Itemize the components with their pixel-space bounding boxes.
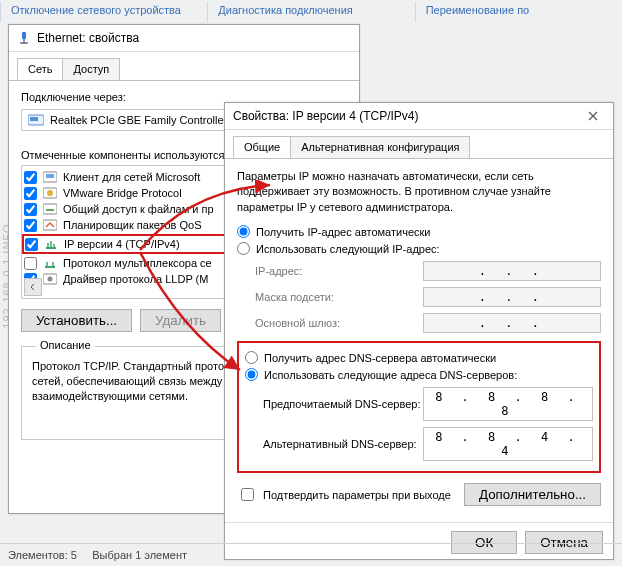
install-button[interactable]: Установить...: [21, 309, 132, 332]
svg-point-7: [47, 190, 53, 196]
svg-rect-0: [22, 32, 26, 39]
checkbox[interactable]: [24, 219, 37, 232]
svg-rect-5: [46, 174, 54, 178]
gateway-label: Основной шлюз:: [237, 317, 423, 329]
close-button[interactable]: [573, 103, 613, 129]
window-title: Свойства: IP версии 4 (TCP/IPv4): [233, 103, 419, 129]
status-element-count: Элементов: 5: [8, 549, 77, 561]
component-label: VMware Bridge Protocol: [63, 187, 182, 199]
checkbox[interactable]: [24, 203, 37, 216]
validate-checkbox[interactable]: [241, 488, 254, 501]
validate-label: Подтвердить параметры при выходе: [263, 489, 451, 501]
dns-alt-label: Альтернативный DNS-сервер:: [245, 438, 423, 450]
tab-alternate[interactable]: Альтернативная конфигурация: [290, 136, 470, 158]
component-label: IP версии 4 (TCP/IPv4): [64, 238, 180, 250]
status-bar: Элементов: 5 Выбран 1 элемент: [0, 543, 622, 566]
service-icon: [43, 186, 57, 200]
tab-general[interactable]: Общие: [233, 136, 291, 158]
validate-checkbox-row[interactable]: Подтвердить параметры при выходе: [237, 485, 451, 504]
adapter-name: Realtek PCIe GBE Family Controller: [50, 114, 227, 126]
tabs: Сеть Доступ: [9, 52, 359, 81]
share-icon: [43, 202, 57, 216]
checkbox[interactable]: [24, 187, 37, 200]
radio-ip-manual[interactable]: Использовать следующий IP-адрес:: [237, 242, 601, 255]
ethernet-icon: [17, 31, 31, 45]
ribbon-rename[interactable]: Переименование по: [415, 2, 622, 22]
dns-alt-field[interactable]: 8 . 8 . 4 . 4: [423, 427, 593, 461]
radio-label: Использовать следующие адреса DNS-сервер…: [264, 369, 517, 381]
ip-address-label: IP-адрес:: [237, 265, 423, 277]
window-title: Ethernet: свойства: [37, 25, 139, 51]
component-label: Клиент для сетей Microsoft: [63, 171, 200, 183]
radio-dns-manual[interactable]: Использовать следующие адреса DNS-сервер…: [245, 368, 593, 381]
intro-text: Параметры IP можно назначать автоматичес…: [237, 169, 601, 215]
checkbox[interactable]: [25, 238, 38, 251]
ribbon-diagnose[interactable]: Диагностика подключения: [207, 2, 414, 22]
radio[interactable]: [237, 225, 250, 238]
titlebar: Свойства: IP версии 4 (TCP/IPv4): [225, 103, 613, 130]
radio-label: Получить адрес DNS-сервера автоматически: [264, 352, 496, 364]
description-title: Описание: [36, 339, 95, 351]
radio-dns-auto[interactable]: Получить адрес DNS-сервера автоматически: [245, 351, 593, 364]
status-selection: Выбран 1 элемент: [92, 549, 187, 561]
radio[interactable]: [237, 242, 250, 255]
ribbon-disable[interactable]: Отключение сетевого устройства: [0, 2, 207, 22]
component-label: Общий доступ к файлам и пр: [63, 203, 214, 215]
advanced-button[interactable]: Дополнительно...: [464, 483, 601, 506]
qos-icon: [43, 218, 57, 232]
radio-label: Получить IP-адрес автоматически: [256, 226, 430, 238]
tab-network[interactable]: Сеть: [17, 58, 63, 80]
titlebar: Ethernet: свойства: [9, 25, 359, 52]
tab-access[interactable]: Доступ: [62, 58, 120, 80]
svg-rect-1: [20, 42, 28, 44]
radio-ip-auto[interactable]: Получить IP-адрес автоматически: [237, 225, 601, 238]
radio-label: Использовать следующий IP-адрес:: [256, 243, 440, 255]
radio[interactable]: [245, 368, 258, 381]
scroll-left-button[interactable]: [24, 278, 42, 296]
dns-pref-label: Предпочитаемый DNS-сервер:: [245, 398, 423, 410]
ipv4-properties-window: Свойства: IP версии 4 (TCP/IPv4) Общие А…: [224, 102, 614, 560]
radio[interactable]: [245, 351, 258, 364]
svg-rect-3: [30, 117, 38, 121]
uninstall-button[interactable]: Удалить: [140, 309, 221, 332]
checkbox[interactable]: [24, 171, 37, 184]
dns-pref-field[interactable]: 8 . 8 . 8 . 8: [423, 387, 593, 421]
nic-icon: [28, 114, 44, 126]
client-icon: [43, 170, 57, 184]
protocol-icon: [44, 237, 58, 251]
subnet-mask-field: . . .: [423, 287, 601, 307]
tabs: Общие Альтернативная конфигурация: [225, 130, 613, 159]
protocol-icon: [43, 256, 57, 270]
svg-rect-9: [43, 220, 57, 230]
checkbox[interactable]: [24, 257, 37, 270]
component-label: Планировщик пакетов QoS: [63, 219, 202, 231]
gateway-field: . . .: [423, 313, 601, 333]
ip-address-field: . . .: [423, 261, 601, 281]
component-label: Протокол мультиплексора се: [63, 257, 212, 269]
subnet-mask-label: Маска подсети:: [237, 291, 423, 303]
